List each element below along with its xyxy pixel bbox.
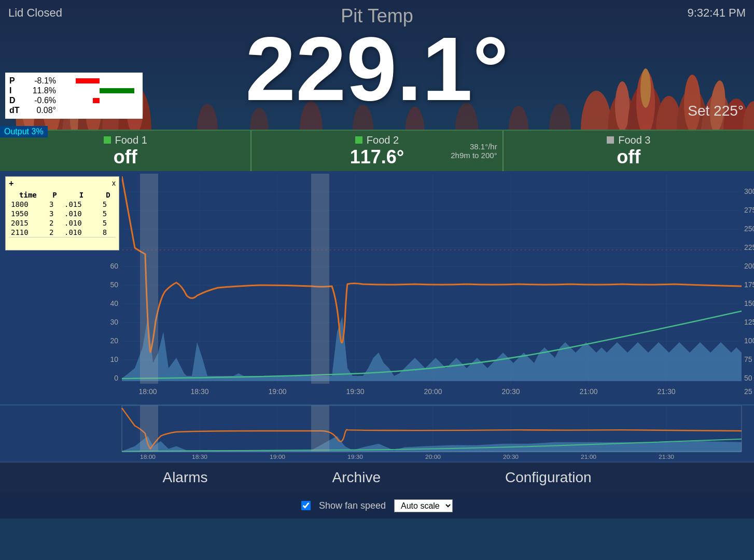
svg-text:20: 20 [110,337,118,345]
food-3-color-dot [607,136,614,144]
svg-point-32 [509,106,528,130]
svg-text:275: 275 [744,206,754,214]
pid-i-label: I [9,86,25,95]
pid-p-value: -8.1% [25,76,56,86]
pid-p-label: P [9,76,25,86]
notes-input[interactable] [9,237,116,248]
food-2-label: Food 2 [367,134,399,146]
notes-col-d: D [101,190,116,200]
svg-text:19:30: 19:30 [347,453,363,460]
pid-p-bar [60,77,138,85]
svg-text:10: 10 [110,355,118,363]
svg-text:30: 30 [110,318,118,326]
food-3-temp: off [617,146,640,168]
pit-temp-value: 229.1° [245,23,509,114]
svg-text:225: 225 [744,243,754,251]
food-probe-3: Food 3 off [504,131,754,171]
clock: 9:32:41 PM [687,6,746,20]
fan-bar: Show fan speed Auto scale Manual [0,493,754,519]
pid-row-i: I 11.8% [9,86,138,95]
svg-text:21:00: 21:00 [581,453,596,460]
food-2-rate: 38.1°/hr2h9m to 200° [451,142,497,160]
notes-row-3: 20152.0105 [9,218,116,228]
svg-point-15 [615,81,630,130]
food-1-label: Food 1 [115,134,147,146]
svg-text:20:30: 20:30 [503,453,519,460]
bottom-nav: Alarms Archive Configuration [0,461,754,493]
fan-scale-select[interactable]: Auto scale Manual [394,499,453,512]
svg-text:0: 0 [114,374,118,382]
notes-col-time: time [9,190,47,200]
svg-point-21 [684,75,701,130]
svg-rect-108 [311,405,329,451]
notes-table: time P I D 18003.0155 19503.0105 20152.0… [9,190,116,237]
svg-text:60: 60 [110,262,118,270]
svg-text:18:00: 18:00 [140,453,156,460]
notes-row-4: 21102.0108 [9,228,116,237]
lid-status: Lid Closed [8,6,62,20]
svg-text:250: 250 [744,225,754,233]
svg-text:20:00: 20:00 [425,453,441,460]
svg-text:18:30: 18:30 [192,453,207,460]
pid-d-bar [60,97,138,104]
pid-i-value: 11.8% [25,86,56,95]
svg-text:21:00: 21:00 [579,387,597,396]
svg-text:20:00: 20:00 [424,387,442,396]
notes-row-2: 19503.0105 [9,209,116,218]
alarms-button[interactable]: Alarms [152,466,218,489]
pid-d-value: -0.6% [25,96,56,105]
food-2-color-dot [355,136,362,144]
notes-add-button[interactable]: + [9,179,13,188]
svg-text:100: 100 [744,337,754,345]
svg-point-18 [640,68,651,108]
food-1-name: Food 1 [104,134,147,146]
pid-row-p: P -8.1% [9,76,138,86]
pid-row-d: D -0.6% [9,96,138,105]
svg-text:21:30: 21:30 [657,387,675,396]
configuration-button[interactable]: Configuration [495,466,602,489]
food-section: Food 1 off Food 2 117.6° 38.1°/hr2h9m to… [0,130,754,171]
archive-button[interactable]: Archive [322,466,391,489]
svg-text:125: 125 [744,318,754,326]
svg-text:21:30: 21:30 [659,453,674,460]
mini-chart-area: 18:00 18:30 19:00 19:30 20:00 20:30 21:0… [0,404,754,461]
svg-text:18:00: 18:00 [138,387,157,396]
svg-text:50: 50 [744,374,752,382]
food-probe-2: Food 2 117.6° 38.1°/hr2h9m to 200° [252,131,503,171]
notes-row-1: 18003.0155 [9,200,116,209]
svg-point-33 [549,104,571,130]
svg-text:175: 175 [744,281,754,289]
notes-col-i: I [62,190,101,200]
svg-text:300: 300 [744,187,754,195]
svg-text:18:30: 18:30 [190,387,208,396]
food-1-color-dot [104,136,111,144]
notes-close-button[interactable]: x [112,179,116,188]
output-bar: Output 3% [0,126,48,137]
svg-point-26 [197,104,218,130]
svg-text:40: 40 [110,299,118,307]
header: Lid Closed 9:32:41 PM Pit Temp 229.1° Se… [0,0,754,130]
svg-rect-87 [140,174,158,384]
food-3-label: Food 3 [618,134,650,146]
food-3-name: Food 3 [607,134,650,146]
notes-col-p: P [47,190,62,200]
set-temp: Set 225° [688,103,744,119]
svg-text:50: 50 [110,281,118,289]
svg-text:19:00: 19:00 [270,453,285,460]
svg-point-13 [581,91,612,130]
pid-d-label: D [9,96,25,105]
food-2-name: Food 2 [355,134,399,146]
pid-row-dt: dT 0.08° [9,106,138,115]
pid-box: P -8.1% I 11.8% D -0.6% dT 0.08° [5,73,143,119]
svg-rect-88 [311,174,329,384]
svg-text:20:30: 20:30 [501,387,520,396]
pid-dt-label: dT [9,106,25,115]
fan-speed-checkbox[interactable] [301,501,311,510]
svg-text:19:00: 19:00 [268,387,286,396]
pid-i-bar [60,87,138,94]
food-2-temp: 117.6° [350,146,404,168]
food-1-temp: off [114,146,137,168]
notes-header: + x [9,179,116,188]
notes-box: + x time P I D 18003.0155 19503.0105 [5,176,119,250]
pid-dt-value: 0.08° [25,106,56,115]
